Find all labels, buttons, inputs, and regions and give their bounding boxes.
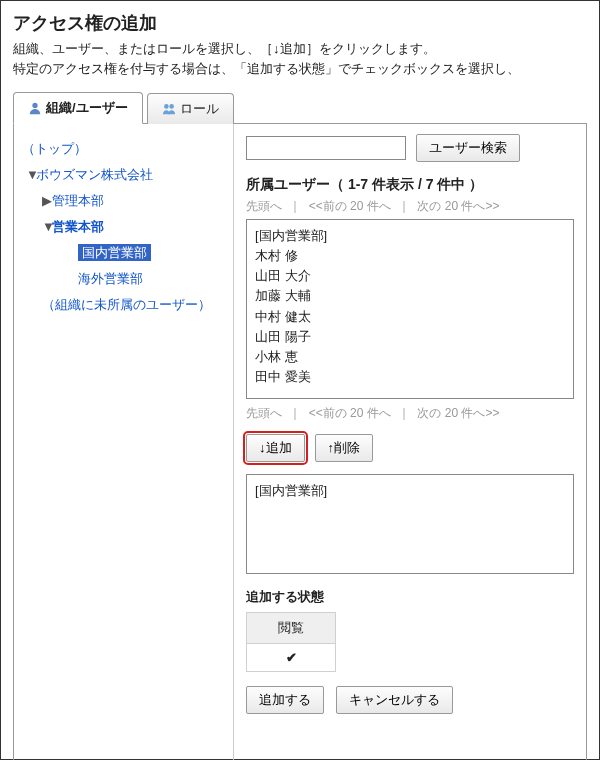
page-title: アクセス権の追加	[13, 11, 587, 35]
pager-next[interactable]: 次の 20 件へ>>	[417, 199, 499, 213]
person-icon	[28, 101, 42, 115]
pager-bottom: 先頭へ ｜ <<前の 20 件へ ｜ 次の 20 件へ>>	[246, 405, 574, 422]
people-icon	[162, 102, 176, 116]
state-table: 閲覧 ✔	[246, 612, 336, 672]
state-view-checked[interactable]: ✔	[247, 644, 336, 672]
list-item[interactable]: 加藤 大輔	[255, 286, 565, 306]
caret-down-icon: ▼	[26, 167, 36, 182]
tab-role-label: ロール	[180, 100, 219, 118]
main-columns: （トップ） ▼ボウズマン株式会社 ▶管理本部 ▼営業本部 国内営業部 海外営業部	[13, 124, 587, 760]
user-list-title: 所属ユーザー（ 1-7 件表示 / 7 件中 ）	[246, 176, 574, 194]
caret-down-icon: ▼	[42, 219, 52, 234]
list-item[interactable]: 田中 愛美	[255, 367, 565, 387]
tree-domestic-sales[interactable]: 国内営業部	[22, 240, 225, 266]
tab-role[interactable]: ロール	[147, 93, 234, 124]
tree-admin-dept[interactable]: ▶管理本部	[22, 188, 225, 214]
selected-users-listbox[interactable]: [国内営業部]	[246, 474, 574, 574]
tree-company[interactable]: ▼ボウズマン株式会社	[22, 162, 225, 188]
list-item[interactable]: [国内営業部]	[255, 481, 565, 501]
tab-org-user-label: 組織/ユーザー	[46, 99, 128, 117]
tab-bar: 組織/ユーザー ロール	[13, 92, 587, 124]
tab-org-user[interactable]: 組織/ユーザー	[13, 92, 143, 124]
tree-unassigned-users[interactable]: （組織に未所属のユーザー）	[22, 292, 225, 318]
list-item[interactable]: 木村 修	[255, 246, 565, 266]
svg-point-0	[32, 103, 37, 108]
list-item[interactable]: 山田 大介	[255, 266, 565, 286]
pager-prev[interactable]: <<前の 20 件へ	[309, 406, 391, 420]
list-item[interactable]: 中村 健太	[255, 307, 565, 327]
caret-right-icon: ▶	[42, 193, 52, 208]
page-description: 組織、ユーザー、またはロールを選択し、［↓追加］をクリックします。 特定のアクセ…	[13, 39, 587, 78]
state-col-view: 閲覧	[247, 613, 336, 644]
list-item[interactable]: 小林 恵	[255, 347, 565, 367]
app-frame: アクセス権の追加 組織、ユーザー、またはロールを選択し、［↓追加］をクリックしま…	[0, 0, 600, 760]
submit-button[interactable]: 追加する	[246, 686, 324, 714]
list-item[interactable]: 山田 陽子	[255, 327, 565, 347]
search-button[interactable]: ユーザー検索	[416, 134, 520, 162]
pager-first[interactable]: 先頭へ	[246, 406, 282, 420]
svg-point-2	[169, 104, 174, 109]
pager-top: 先頭へ ｜ <<前の 20 件へ ｜ 次の 20 件へ>>	[246, 198, 574, 215]
org-tree-panel: （トップ） ▼ボウズマン株式会社 ▶管理本部 ▼営業本部 国内営業部 海外営業部	[14, 124, 234, 760]
tree-top[interactable]: （トップ）	[22, 136, 225, 162]
pager-next[interactable]: 次の 20 件へ>>	[417, 406, 499, 420]
remove-button[interactable]: ↑削除	[315, 434, 374, 462]
list-item[interactable]: [国内営業部]	[255, 226, 565, 246]
pager-first[interactable]: 先頭へ	[246, 199, 282, 213]
pager-prev[interactable]: <<前の 20 件へ	[309, 199, 391, 213]
tree-sales-dept[interactable]: ▼営業本部	[22, 214, 225, 240]
cancel-button[interactable]: キャンセルする	[336, 686, 453, 714]
tree-overseas-sales[interactable]: 海外営業部	[22, 266, 225, 292]
svg-point-1	[164, 104, 169, 109]
add-button[interactable]: ↓追加	[246, 434, 305, 462]
user-panel: ユーザー検索 所属ユーザー（ 1-7 件表示 / 7 件中 ） 先頭へ ｜ <<…	[234, 124, 586, 760]
search-input[interactable]	[246, 136, 406, 160]
state-section-title: 追加する状態	[246, 588, 574, 606]
available-users-listbox[interactable]: [国内営業部]木村 修山田 大介加藤 大輔中村 健太山田 陽子小林 恵田中 愛美	[246, 219, 574, 399]
